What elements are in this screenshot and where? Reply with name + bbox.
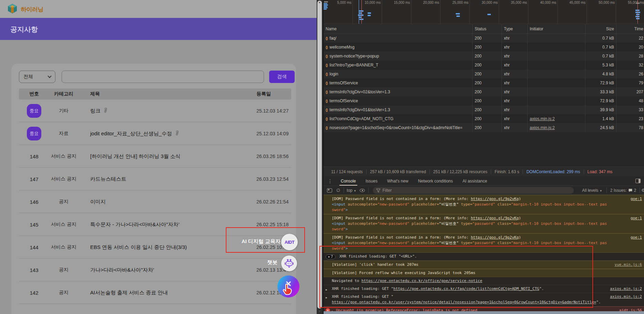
clear-console-icon[interactable]: ∅ <box>336 188 340 193</box>
table-row[interactable]: 중요기타링크25.12.03 14:27 <box>19 100 291 122</box>
network-overview-timeline[interactable]: 5,000 ms10,000 ms15,000 ms20,000 ms25,00… <box>324 0 644 24</box>
network-request-row[interactable]: ()list?introType=BANNER_T200xhr5.3 kB32 <box>324 61 644 70</box>
network-col-header[interactable]: Size <box>585 24 616 33</box>
timeline-marker-line <box>361 0 362 24</box>
expand-arrow-icon[interactable]: ▶ <box>326 287 327 293</box>
console-sidebar-icon[interactable] <box>327 188 332 192</box>
notice-title-link[interactable]: EBS 연동 서비스 이용 일시 중단 안내(3/3) <box>90 236 187 259</box>
brand-name[interactable]: 하이러닝 <box>21 6 43 13</box>
console-message-warn[interactable]: [Violation] 'click' handler took 207msvu… <box>324 261 644 269</box>
request-type: xhr <box>502 43 527 52</box>
source-location-link[interactable]: goe:1 <box>631 235 642 240</box>
tab-network-conditions[interactable]: Network conditions <box>413 176 457 186</box>
console-link[interactable]: https://goo.gl/9p2vKg <box>471 197 519 201</box>
network-request-row[interactable]: ()list?comnCdCtg=ADM_NOTI_CTG200xhraxios… <box>324 114 644 123</box>
initiator-link[interactable]: axios.min.js:2 <box>530 116 555 121</box>
source-location-link[interactable]: vue.min.js:6 <box>615 262 642 268</box>
network-col-header[interactable]: Type <box>502 24 527 33</box>
console-filter-input[interactable] <box>373 187 574 194</box>
notice-title-link[interactable]: 카드뉴스테스트 <box>90 168 126 190</box>
issues-counter[interactable]: 2 Issues: 2 <box>608 188 638 193</box>
log-levels-dropdown[interactable]: All levels ▼ <box>579 188 605 193</box>
console-message-warn[interactable]: [DOM] Password field is not contained in… <box>324 233 644 253</box>
chatbot-button[interactable] <box>281 255 297 271</box>
console-link[interactable]: https://goe.ontactedu.co.kr/faq/code/lis… <box>393 286 539 291</box>
network-request-row[interactable]: ()login200xhr4.8 kB26 <box>324 70 644 78</box>
more-options-icon[interactable]: ⋮ <box>324 178 336 184</box>
table-row[interactable]: 145서비스 공지특수문자 - 가나>다라<마바&사아"자차'26.02.25 … <box>19 213 291 236</box>
notice-title-link[interactable]: AI서논술형 출제 서비스 종료 안내 <box>90 281 168 304</box>
page-scrollbar[interactable]: ▲ ▼ <box>317 0 323 314</box>
notice-title-link[interactable]: jodit editor_자료_상단_선생님_수정 <box>90 122 179 145</box>
notice-title-link[interactable]: 링크 <box>90 100 107 122</box>
network-request-row[interactable]: ()wellcomeMsg200xhr0.7 kB20 <box>324 43 644 52</box>
table-row[interactable]: 143공지가나>다라<마바&사아"자차'26.02.13 13:44 <box>19 259 291 281</box>
request-size: 1.4 kB <box>585 114 616 123</box>
category-select[interactable]: 전체 <box>19 71 55 83</box>
console-message-log[interactable]: ▶XHR finished loading: GET "https://goe.… <box>324 285 644 293</box>
console-message-warn[interactable]: [DOM] Password field is not contained in… <box>324 214 644 233</box>
network-request-row[interactable]: ()termsInfo?ctgDiv=02&tosVer=1.3200xhr33… <box>324 87 644 96</box>
network-request-row[interactable]: ()termsOfService200xhr72.9 kB79 <box>324 78 644 87</box>
chatbot-label[interactable]: 챗봇 <box>255 259 277 266</box>
tab-console[interactable]: Console <box>336 176 361 186</box>
console-message-line: [Violation] 'click' handler took 207ms <box>332 262 642 268</box>
devtools-divider[interactable] <box>323 0 324 314</box>
console-message-warn[interactable]: [Violation] Forced reflow while executin… <box>324 269 644 277</box>
console-link[interactable]: https://goo.gl/9p2vKq <box>471 216 519 220</box>
network-col-header[interactable]: Time <box>616 24 644 33</box>
source-location-link[interactable]: goe:1 <box>631 196 642 202</box>
expand-arrow-icon[interactable]: ▶ <box>332 309 334 311</box>
network-col-header[interactable]: Name <box>324 24 472 33</box>
notice-title-link[interactable]: [하이러닝 개선 안내] 하이러닝 3월 소식 <box>90 145 181 168</box>
network-request-row[interactable]: ()nosession?page=1&scholSeq=0&rowCount=1… <box>324 123 644 132</box>
network-request-row[interactable]: ()termsOfService200xhr72.9 kB48 <box>324 96 644 105</box>
dock-panel-icon[interactable] <box>635 179 641 183</box>
console-link[interactable]: https://goo.gl/9p2vKq <box>471 235 519 240</box>
status-bar-segment: 251 kB / 12,225 kB resources <box>430 169 491 174</box>
aidt-button[interactable]: AIDT <box>281 234 298 250</box>
live-expression-eye-icon[interactable] <box>360 189 365 192</box>
search-input[interactable] <box>62 71 264 83</box>
source-location-link[interactable]: axios.min.js:2 <box>610 286 642 292</box>
source-location-link[interactable]: axios.min.js:2 <box>610 294 642 300</box>
console-message-group[interactable]: ▶7XHR finished loading: GET "<URL>". <box>324 253 644 261</box>
network-col-header[interactable]: Status <box>472 24 502 33</box>
console-message-log[interactable]: ▶XHR finished loading: GET "https://goe.… <box>324 293 644 306</box>
source-location-link[interactable]: aidt.js:56 <box>619 308 642 311</box>
context-selector[interactable]: top ▼ <box>345 188 358 193</box>
tab-issues[interactable]: Issues <box>361 176 382 186</box>
table-row[interactable]: 148서비스 공지[하이러닝 개선 안내] 하이러닝 3월 소식26.03.26… <box>19 145 291 168</box>
important-badge: 중요 <box>27 127 41 140</box>
source-location-link[interactable]: goe:1 <box>631 216 642 221</box>
settings-gear-icon[interactable]: ⚙ <box>641 188 644 193</box>
table-row[interactable]: 147서비스 공지카드뉴스테스트26.03.23 12:54 <box>19 168 291 190</box>
console-message-warn[interactable]: [DOM] Password field is not contained in… <box>324 195 644 214</box>
table-row[interactable]: 146공지이미지26.02.26 21:54 <box>19 190 291 213</box>
brand-logo-icon[interactable] <box>7 3 18 15</box>
console-link[interactable]: https://goe.ontactedu.co.kr/user/system/… <box>332 300 596 304</box>
tab-ai-assistance[interactable]: AI assistance <box>458 176 492 186</box>
network-request-row[interactable]: ()system-notice?type=popup200xhr0.7 kB28 <box>324 52 644 61</box>
scroll-down-icon[interactable]: ▼ <box>318 310 321 313</box>
console-link[interactable]: https://goe.ontactedu.co.kr/office/goe/s… <box>361 279 482 283</box>
table-row[interactable]: 중요자료jodit editor_자료_상단_선생님_수정25.12.03 14… <box>19 122 291 145</box>
console-message-error[interactable]: ✕▶Uncaught (in promise) ReferenceError: … <box>324 306 644 311</box>
table-row[interactable]: 142공지AI서논술형 출제 서비스 종료 안내26.02.12 10:19 <box>19 281 291 304</box>
network-request-row[interactable]: ()faq/200xhr0.7 kB22 <box>324 34 644 43</box>
initiator-link[interactable]: axios.min.js:2 <box>530 125 555 130</box>
expand-arrow-icon[interactable]: ▶ <box>326 295 327 301</box>
notice-title-link[interactable]: 이미지 <box>90 190 106 213</box>
notice-title-link[interactable]: 가나>다라<마바&사아"자차' <box>90 259 154 281</box>
notice-title-link[interactable]: 특수문자 - 가나>다라<마바&사아"자차' <box>90 213 179 236</box>
network-col-header[interactable]: Initiator <box>527 24 585 33</box>
console-message-log[interactable]: Navigated to https://goe.ontactedu.co.kr… <box>324 277 644 285</box>
notice-card: 전체 검색 번호 카테고리 제목 등록일 중요기타링크25.12.03 14:2… <box>11 64 296 314</box>
aidt-label[interactable]: AI 디지털 교육자료 <box>220 238 286 245</box>
network-table-header: NameStatusTypeInitiatorSizeTime <box>324 24 644 34</box>
scrollbar-thumb[interactable] <box>317 1 322 308</box>
scroll-up-icon[interactable]: ▲ <box>318 1 321 4</box>
tab-what-s-new[interactable]: What's new <box>382 176 413 186</box>
network-request-row[interactable]: ()termsInfo?ctgDiv=01&tosVer=1.3200xhr39… <box>324 105 644 114</box>
search-button[interactable]: 검색 <box>269 71 295 83</box>
